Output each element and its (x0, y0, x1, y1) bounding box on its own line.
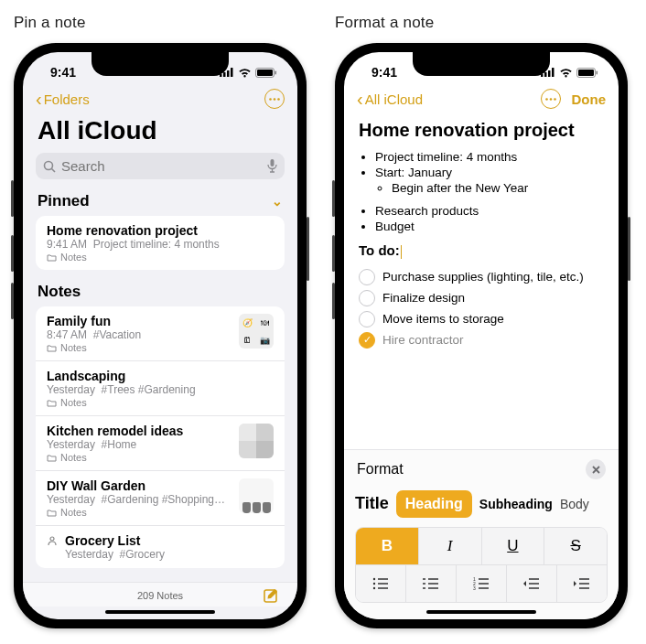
note-editor-title[interactable]: Home renovation project (344, 114, 619, 148)
page-title: All iCloud (23, 114, 297, 153)
checkbox-unchecked[interactable] (359, 290, 375, 306)
wifi-icon (559, 68, 573, 78)
svg-rect-3 (231, 68, 233, 77)
format-grid: B I U S (355, 527, 608, 603)
folder-icon (47, 509, 57, 517)
svg-text:3: 3 (473, 585, 476, 590)
svg-point-31 (373, 587, 375, 589)
strikethrough-button[interactable]: S (544, 528, 607, 564)
bold-button[interactable]: B (356, 528, 418, 564)
svg-rect-18 (552, 68, 554, 77)
svg-rect-2 (227, 70, 230, 77)
note-subtitle: Yesterday #Gardening #Shopping… (47, 493, 231, 506)
more-button[interactable] (541, 89, 561, 109)
folder-icon (47, 344, 57, 352)
note-editor-body[interactable]: Project timeline: 4 months Start: Januar… (344, 148, 619, 449)
bullet-item: Project timeline: 4 months (375, 150, 604, 164)
caption-left: Pin a note (14, 14, 311, 32)
home-indicator[interactable] (105, 610, 215, 614)
phone-frame-left: 9:41 ‹ Folders (14, 43, 307, 628)
dash-list-icon (423, 577, 439, 590)
note-folder: Notes (47, 342, 231, 353)
compose-button[interactable] (263, 586, 281, 605)
style-body-button[interactable]: Body (560, 497, 589, 511)
notes-section-header: Notes (23, 279, 297, 306)
checklist-item[interactable]: Purchase supplies (lighting, tile, etc.) (359, 269, 604, 285)
status-time: 9:41 (371, 65, 397, 80)
svg-point-7 (269, 98, 272, 101)
svg-point-13 (50, 537, 54, 541)
search-input[interactable] (61, 158, 262, 174)
note-title: Landscaping (47, 369, 274, 383)
outdent-icon (523, 577, 540, 590)
back-label: All iCloud (365, 91, 423, 107)
svg-rect-1 (223, 72, 226, 77)
note-subtitle: Yesterday #Trees #Gardening (47, 383, 274, 396)
format-panel: Format Title Heading Subheading Body B (344, 449, 619, 619)
outdent-button[interactable] (506, 565, 556, 602)
number-list-button[interactable]: 123 (456, 565, 506, 602)
svg-point-29 (373, 583, 375, 585)
back-button[interactable]: ‹ All iCloud (357, 90, 423, 108)
checklist-item[interactable]: Finalize design (359, 290, 604, 306)
style-subheading-button[interactable]: Subheading (479, 497, 553, 511)
close-button[interactable] (586, 459, 606, 479)
note-row[interactable]: DIY Wall Garden Yesterday #Gardening #Sh… (36, 471, 285, 526)
checkbox-unchecked[interactable] (359, 269, 375, 285)
note-row[interactable]: Landscaping Yesterday #Trees #Gardening … (36, 361, 285, 416)
svg-rect-16 (544, 72, 547, 77)
note-subtitle: 8:47 AM #Vacation (47, 328, 231, 341)
pinned-section-header[interactable]: Pinned ⌄ (23, 188, 297, 216)
italic-button[interactable]: I (418, 528, 481, 564)
bullet-list-button[interactable] (356, 565, 405, 602)
note-subtitle: Yesterday #Home (47, 438, 231, 451)
style-title-button[interactable]: Title (355, 494, 389, 513)
chevron-down-icon: ⌄ (272, 194, 283, 209)
checkbox-unchecked[interactable] (359, 311, 375, 327)
note-row[interactable]: Grocery List Yesterday #Grocery (36, 526, 285, 568)
note-folder: Notes (47, 452, 231, 463)
underline-button[interactable]: U (481, 528, 544, 564)
text-style-row: Title Heading Subheading Body (344, 487, 619, 527)
svg-point-24 (554, 98, 556, 101)
mic-icon[interactable] (267, 159, 277, 173)
checkbox-checked[interactable]: ✓ (359, 332, 375, 349)
note-row[interactable]: Home renovation project 9:41 AM Project … (36, 216, 285, 270)
svg-point-22 (545, 98, 548, 101)
note-thumbnail: 🧭🍽🗓📷 (239, 314, 274, 349)
bullet-item: Start: January Begin after the New Year (375, 166, 604, 195)
number-list-icon: 123 (473, 577, 490, 590)
note-row[interactable]: Family fun 8:47 AM #Vacation Notes 🧭🍽🗓📷 (36, 306, 285, 361)
bullet-item: Research products (375, 204, 604, 218)
back-label: Folders (44, 91, 90, 107)
checklist-item[interactable]: ✓Hire contractor (359, 332, 604, 349)
more-button[interactable] (264, 89, 285, 109)
notes-count: 209 Notes (137, 590, 183, 601)
svg-rect-12 (271, 159, 275, 166)
caption-right: Format a note (335, 14, 632, 32)
style-heading-button[interactable]: Heading (396, 490, 472, 518)
indent-button[interactable] (556, 565, 607, 602)
status-time: 9:41 (50, 65, 76, 80)
note-folder: Notes (47, 507, 231, 518)
format-panel-title: Format (357, 461, 404, 478)
nav-bar: ‹ All iCloud Done (344, 85, 619, 114)
home-indicator[interactable] (426, 610, 536, 614)
todo-heading: To do: (359, 242, 402, 259)
svg-point-23 (549, 98, 552, 101)
bullet-item: Begin after the New Year (392, 181, 604, 195)
compose-icon (263, 586, 281, 605)
note-thumbnail (239, 424, 274, 458)
svg-line-11 (52, 168, 56, 172)
note-row[interactable]: Kitchen remodel ideas Yesterday #Home No… (36, 416, 285, 471)
done-button[interactable]: Done (572, 91, 607, 107)
svg-point-27 (373, 578, 375, 580)
ellipsis-icon (545, 98, 556, 101)
search-field[interactable] (36, 153, 285, 179)
checklist-item[interactable]: Move items to storage (359, 311, 604, 327)
dash-list-button[interactable] (405, 565, 456, 602)
svg-point-9 (277, 98, 280, 101)
back-button[interactable]: ‹ Folders (36, 90, 90, 108)
wifi-icon (238, 68, 252, 78)
notch (92, 52, 229, 76)
